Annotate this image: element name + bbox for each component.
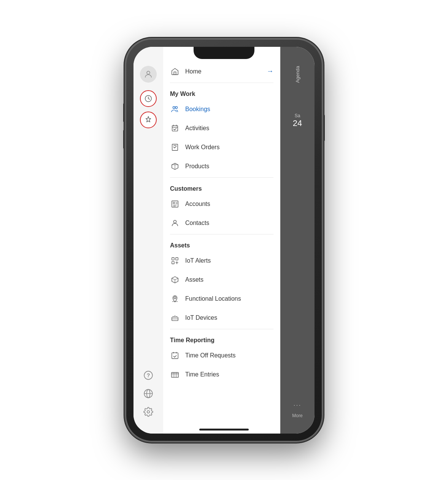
iot-alerts-menu-item[interactable]: IoT Alerts <box>163 251 280 270</box>
products-label: Products <box>185 163 209 170</box>
activities-label: Activities <box>185 125 209 132</box>
home-icon <box>170 67 180 77</box>
home-indicator <box>199 429 249 431</box>
right-panel: Agenda Sa 24 ··· More <box>280 47 315 434</box>
sidebar: ? <box>133 47 163 434</box>
divider-my-work <box>170 177 273 178</box>
divider-assets <box>170 329 273 329</box>
svg-rect-8 <box>174 72 176 74</box>
svg-point-9 <box>173 106 175 108</box>
accounts-menu-item[interactable]: Accounts <box>163 195 280 214</box>
svg-rect-27 <box>172 261 174 263</box>
divider-customers <box>170 234 273 234</box>
bookings-icon <box>170 104 180 114</box>
assets-icon <box>170 275 180 285</box>
contacts-label: Contacts <box>185 220 209 226</box>
svg-point-29 <box>174 297 176 299</box>
svg-rect-19 <box>173 202 175 204</box>
iot-devices-icon <box>170 313 180 323</box>
products-icon <box>170 161 180 171</box>
more-label: More <box>292 413 302 418</box>
contacts-menu-item[interactable]: Contacts <box>163 214 280 233</box>
section-header-my-work: My Work <box>163 85 280 100</box>
contacts-icon <box>170 218 180 228</box>
time-off-requests-icon <box>170 351 180 360</box>
sidebar-bottom: ? <box>142 369 155 434</box>
section-header-customers: Customers <box>163 179 280 195</box>
activities-menu-item[interactable]: Activities <box>163 119 280 138</box>
phone-screen: ? <box>133 47 315 434</box>
svg-rect-11 <box>172 125 178 131</box>
iot-devices-label: IoT Devices <box>185 314 217 321</box>
work-orders-label: Work Orders <box>185 144 219 151</box>
settings-button[interactable] <box>142 405 155 418</box>
time-off-requests-menu-item[interactable]: Time Off Requests <box>163 346 280 365</box>
svg-point-7 <box>147 410 150 413</box>
assets-label: Assets <box>185 276 203 283</box>
products-menu-item[interactable]: Products <box>163 157 280 176</box>
menu-panel: Home → My Work Bookings <box>163 47 280 434</box>
accounts-icon <box>170 199 180 209</box>
calendar-date: 24 <box>293 118 302 128</box>
activities-icon <box>170 123 180 133</box>
bookings-menu-item[interactable]: Bookings <box>163 100 280 119</box>
assets-menu-item[interactable]: Assets <box>163 270 280 289</box>
more-dots: ··· <box>293 401 301 409</box>
svg-text:?: ? <box>147 372 150 378</box>
agenda-label: Agenda <box>295 66 300 83</box>
svg-point-0 <box>147 71 150 74</box>
help-button[interactable]: ? <box>142 369 155 382</box>
functional-locations-label: Functional Locations <box>185 295 241 302</box>
power-button <box>323 115 325 141</box>
divider-home <box>170 83 273 83</box>
time-entries-label: Time Entries <box>185 371 219 378</box>
avatar[interactable] <box>140 66 157 83</box>
home-label: Home <box>185 68 267 75</box>
recent-button[interactable] <box>140 90 157 107</box>
time-off-requests-label: Time Off Requests <box>185 352 236 359</box>
section-header-time-reporting: Time Reporting <box>163 331 280 346</box>
home-arrow-icon: → <box>267 67 273 75</box>
svg-rect-25 <box>172 257 174 260</box>
section-header-assets: Assets <box>163 236 280 251</box>
globe-button[interactable] <box>142 387 155 400</box>
time-entries-icon <box>170 370 180 380</box>
phone-wrapper: ? <box>125 38 323 442</box>
functional-locations-icon <box>170 294 180 304</box>
work-orders-icon <box>170 142 180 152</box>
svg-rect-26 <box>176 257 178 260</box>
iot-devices-menu-item[interactable]: IoT Devices <box>163 308 280 327</box>
svg-rect-35 <box>172 352 178 359</box>
home-menu-item[interactable]: Home → <box>163 62 280 81</box>
work-orders-menu-item[interactable]: Work Orders <box>163 138 280 157</box>
notch <box>194 47 254 59</box>
functional-locations-menu-item[interactable]: Functional Locations <box>163 289 280 308</box>
svg-point-10 <box>175 106 178 108</box>
accounts-label: Accounts <box>185 201 210 207</box>
time-entries-menu-item[interactable]: Time Entries <box>163 365 280 384</box>
pin-button[interactable] <box>140 112 157 128</box>
svg-point-24 <box>173 220 176 223</box>
bookings-label: Bookings <box>185 106 210 113</box>
iot-alerts-icon <box>170 256 180 266</box>
calendar-day: Sa <box>295 113 300 118</box>
iot-alerts-label: IoT Alerts <box>185 257 211 264</box>
